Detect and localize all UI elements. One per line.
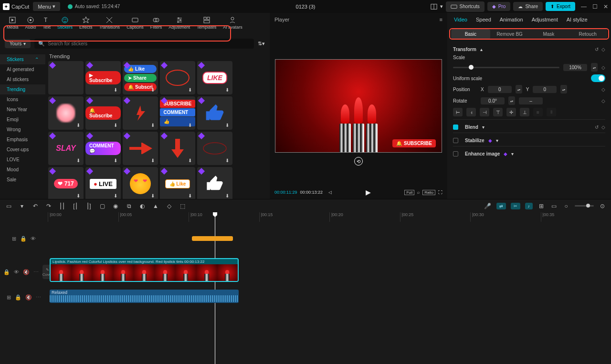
menu-button[interactable]: Menu ▾ <box>33 2 60 11</box>
trim-left-button[interactable]: [⎮ <box>72 202 79 210</box>
lock-icon[interactable]: 🔒 <box>20 236 27 242</box>
minimize-button[interactable]: — <box>581 3 587 10</box>
align-bottom[interactable]: ⊥ <box>520 108 529 116</box>
sticker-item[interactable]: LIKE⬇ <box>197 61 232 94</box>
cat-love[interactable]: LOVE <box>0 155 45 165</box>
sticker-item[interactable]: COMMENT 💬⬇ <box>85 132 121 165</box>
blend-checkbox[interactable] <box>453 125 458 130</box>
align-center-v[interactable]: ✛ <box>506 108 516 116</box>
audio-clip[interactable]: Relaxed <box>50 290 239 303</box>
cat-wrong[interactable]: Wrong <box>0 125 45 135</box>
subscribe-overlay[interactable]: 🔔 SUBSCRIBE <box>392 139 436 147</box>
lock-icon[interactable]: 🔒 <box>15 294 21 301</box>
keyframe-icon[interactable]: ◇ <box>601 87 605 92</box>
cat-new-year[interactable]: New Year <box>0 104 45 114</box>
track-menu-icon[interactable]: ⊞ <box>7 294 11 301</box>
cursor-tool[interactable]: ▭ <box>5 202 12 210</box>
download-icon[interactable]: ⬇ <box>114 123 119 128</box>
cat-cover-ups[interactable]: Cover-ups <box>0 145 45 155</box>
sticker-item[interactable]: ⬇ <box>197 132 232 165</box>
layout-icon[interactable] <box>431 3 437 10</box>
download-icon[interactable]: ⬇ <box>151 123 157 128</box>
sticker-item[interactable]: ⬇ <box>197 167 232 199</box>
align-dist-v[interactable]: ⦀ <box>547 108 556 116</box>
align-center-h[interactable]: ⫞ <box>466 108 476 116</box>
tab-adjustment[interactable]: Adjustment <box>166 15 193 31</box>
tab-adjustment-right[interactable]: Adjustment <box>532 17 558 22</box>
close-button[interactable]: ✕ <box>603 3 608 10</box>
trim-right-button[interactable]: ⎮] <box>85 202 93 210</box>
cat-ai-generated[interactable]: AI generated <box>0 64 45 74</box>
sticker-item[interactable]: ❤ 717⬇ <box>48 167 84 199</box>
tab-stickers[interactable]: Stickers <box>54 15 75 31</box>
align-top[interactable]: ⊤ <box>493 108 503 116</box>
track-options-button[interactable]: ⊞ <box>537 202 545 210</box>
scale-spinner[interactable]: ▴▾ <box>591 63 598 72</box>
tab-captions[interactable]: Captions <box>124 15 147 31</box>
cat-emphasis[interactable]: Emphasis <box>0 135 45 145</box>
play-button[interactable]: ▶ <box>366 188 371 196</box>
undo-button[interactable]: ↶ <box>32 202 39 210</box>
search-input[interactable] <box>48 41 250 46</box>
mic-button[interactable]: 🎤 <box>484 202 492 210</box>
mirror-button[interactable]: ▲ <box>152 202 159 210</box>
keyframe-icon[interactable]: ◇ <box>601 125 605 130</box>
prev-frame-button[interactable]: ◁ <box>328 190 332 195</box>
player-menu-icon[interactable]: ≡ <box>440 17 442 22</box>
yours-dropdown[interactable]: Yours▾ <box>5 39 31 48</box>
sticker-item[interactable]: SLAY⬇ <box>48 132 84 165</box>
subtab-remove-bg[interactable]: Remove BG <box>490 29 529 39</box>
position-x-spinner[interactable]: ▴▾ <box>516 85 522 94</box>
rotate-handle[interactable]: ⟲ <box>354 157 363 166</box>
cat-ai-stickers[interactable]: AI stickers <box>0 74 45 84</box>
download-icon[interactable]: ⬇ <box>188 123 194 128</box>
download-icon[interactable]: ⬇ <box>225 158 231 164</box>
tab-audio[interactable]: Audio <box>22 15 39 31</box>
tab-animation[interactable]: Animation <box>500 17 523 22</box>
auto-beat-button[interactable]: ♪ <box>525 203 533 209</box>
filter-button[interactable]: ⇅▾ <box>258 41 265 47</box>
position-x-input[interactable]: 0 <box>488 86 512 93</box>
download-icon[interactable]: ⬇ <box>114 193 119 199</box>
sticker-item[interactable]: ⬇ <box>197 96 232 130</box>
enhance-checkbox[interactable] <box>453 151 458 156</box>
video-clip[interactable]: Lipstick. Fashion red Colorful Lipsticks… <box>50 258 239 282</box>
preview-canvas[interactable]: 🔔 SUBSCRIBE ⟲ <box>275 59 442 153</box>
download-icon[interactable]: ⬇ <box>225 193 231 199</box>
tab-templates[interactable]: Templates <box>194 15 219 31</box>
keyframe-icon[interactable]: ◇ <box>601 47 605 52</box>
audio-track[interactable]: Relaxed <box>48 289 611 306</box>
enhance-header[interactable]: Enhance image <box>465 151 500 156</box>
sticker-item[interactable] <box>48 61 84 94</box>
uniform-scale-toggle[interactable] <box>591 74 605 82</box>
marker-button[interactable]: ◉ <box>112 202 119 210</box>
sticker-clip[interactable] <box>192 236 233 241</box>
tab-speed[interactable]: Speed <box>476 17 491 22</box>
reset-icon[interactable]: ↺ <box>595 47 599 52</box>
reverse-button[interactable]: ◐ <box>138 202 146 210</box>
stabilize-header[interactable]: Stabilize <box>465 138 485 143</box>
download-icon[interactable]: ⬇ <box>114 158 119 164</box>
align-left[interactable]: ⊢ <box>453 108 463 116</box>
sticker-item[interactable]: ⬇ <box>160 132 195 165</box>
download-icon[interactable]: ⬇ <box>114 87 119 93</box>
split-button[interactable]: ⎮⎮ <box>58 202 66 210</box>
cat-icons[interactable]: Icons <box>0 94 45 104</box>
rotate-flip[interactable]: – <box>519 97 543 104</box>
download-icon[interactable]: ⬇ <box>76 123 82 128</box>
visibility-icon[interactable]: 👁 <box>31 236 36 241</box>
scale-value[interactable]: 100% <box>563 64 587 71</box>
blend-header[interactable]: Blend <box>465 125 478 130</box>
auto-caption-button[interactable]: ⇄ <box>496 203 506 209</box>
download-icon[interactable]: ⬇ <box>76 193 82 199</box>
download-icon[interactable]: ⬇ <box>225 87 231 93</box>
position-y-input[interactable]: 0 <box>533 86 557 93</box>
tab-video[interactable]: Video <box>454 17 467 22</box>
cat-mood[interactable]: Mood <box>0 165 45 175</box>
tab-transitions[interactable]: Transitions <box>96 15 123 31</box>
stabilize-checkbox[interactable] <box>453 138 458 143</box>
subtab-retouch[interactable]: Retouch <box>568 29 607 39</box>
video-track[interactable]: Lipstick. Fashion red Colorful Lipsticks… <box>48 255 611 289</box>
rotate-button[interactable]: ◇ <box>165 202 173 210</box>
sticker-item[interactable]: ⬇ <box>48 96 84 130</box>
